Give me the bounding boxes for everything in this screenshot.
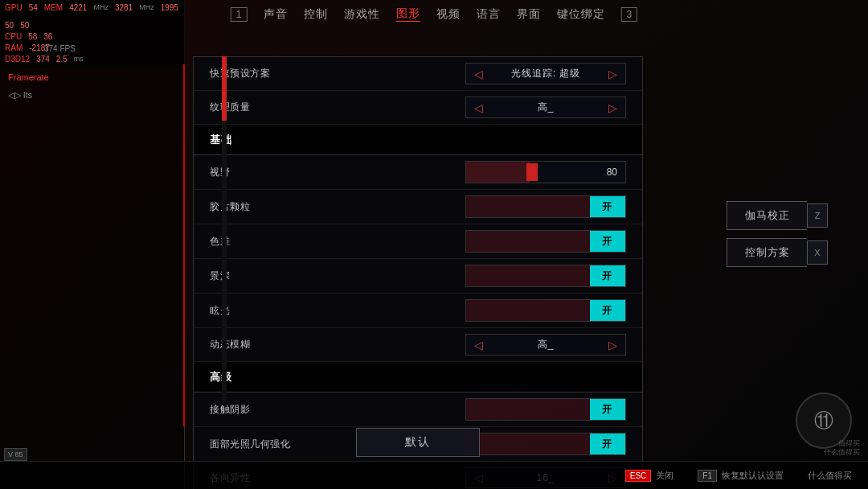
quick-preset-arrow-right[interactable]: ▷: [608, 68, 617, 80]
quick-preset-value: 光线追踪: 超级: [511, 67, 581, 80]
nav-item-control[interactable]: 控制: [304, 7, 328, 22]
motion-blur-control[interactable]: ◁ 高_ ▷: [354, 334, 626, 355]
left-nav-arrows[interactable]: ◁▷ lts: [8, 90, 177, 101]
chromatic-off-side: [466, 231, 590, 252]
left-section-label: Framerate: [8, 72, 177, 82]
fov-value: 80: [607, 166, 617, 178]
film-grain-toggle[interactable]: 开: [465, 195, 626, 218]
close-action[interactable]: ESC 关闭: [625, 470, 674, 482]
scrollbar-track[interactable]: [222, 56, 227, 402]
nav-item-keybind[interactable]: 键位绑定: [557, 7, 605, 22]
control-scheme-label[interactable]: 控制方案: [727, 238, 807, 267]
fov-slider-thumb: [526, 163, 538, 181]
contact-shadow-on-btn[interactable]: 开: [590, 399, 625, 420]
flare-off-side: [466, 300, 590, 321]
fov-slider[interactable]: 80: [465, 161, 626, 183]
footer-bar: ESC 关闭 F1 恢复默认认设置 什么值得买: [0, 461, 868, 489]
d3d12-label: D3D12: [5, 54, 30, 65]
watermark-text: 值得买 什么值得买: [824, 439, 860, 457]
extra-action: 什么值得买: [808, 470, 852, 482]
control-scheme-key: X: [807, 240, 828, 265]
texture-arrow-left[interactable]: ◁: [474, 101, 483, 114]
fov-slider-track: [466, 162, 530, 183]
film-grain-on-btn[interactable]: 开: [590, 196, 625, 217]
fov-row: 视野 80: [194, 155, 642, 190]
restore-key: F1: [698, 470, 717, 482]
chromatic-on-btn[interactable]: 开: [590, 231, 625, 252]
nav-item-language[interactable]: 语言: [477, 7, 501, 22]
quick-preset-selector[interactable]: ◁ 光线追踪: 超级 ▷: [465, 63, 626, 84]
left-content: Framerate ◁▷ lts: [0, 64, 185, 117]
dof-on-btn[interactable]: 开: [590, 265, 625, 286]
default-button[interactable]: 默认: [356, 428, 480, 457]
cpu-label: CPU: [5, 31, 22, 43]
film-grain-off-side: [466, 196, 590, 217]
scrollbar-thumb[interactable]: [222, 56, 227, 121]
section-advanced-label: 高级: [210, 370, 354, 384]
d3d12-val2: 2.5: [56, 54, 68, 65]
flare-row: 眩光 开: [194, 294, 642, 328]
texture-arrow-right[interactable]: ▷: [608, 101, 617, 114]
quick-preset-control[interactable]: ◁ 光线追踪: 超级 ▷: [354, 63, 626, 84]
cpu-val2: 36: [43, 31, 52, 43]
motion-blur-arrow-left[interactable]: ◁: [474, 339, 483, 351]
contact-shadow-control[interactable]: 开: [354, 398, 626, 421]
nav-item-video[interactable]: 视频: [436, 7, 461, 22]
nav-item-interface[interactable]: 界面: [517, 7, 541, 22]
close-key: ESC: [625, 470, 652, 482]
texture-quality-control[interactable]: ◁ 高_ ▷: [354, 97, 626, 118]
gpu-label: GPU: [5, 2, 23, 14]
motion-blur-selector[interactable]: ◁ 高_ ▷: [465, 334, 626, 355]
chromatic-control[interactable]: 开: [354, 230, 626, 253]
nav-item-gameplay[interactable]: 游戏性: [344, 7, 380, 22]
chromatic-toggle[interactable]: 开: [465, 230, 626, 253]
gamma-label[interactable]: 伽马校正: [727, 201, 807, 230]
nav-item-sound[interactable]: 声音: [264, 7, 288, 22]
flare-on-btn[interactable]: 开: [590, 300, 625, 321]
section-basic-label: 基础: [210, 133, 354, 147]
film-grain-row: 胶片颗粒 开: [194, 190, 642, 224]
control-scheme-btn[interactable]: 控制方案 X: [727, 238, 828, 267]
flare-label: 眩光: [210, 304, 354, 318]
mem-value1: 4221: [69, 2, 87, 14]
quick-preset-label: 快速预设方案: [210, 67, 354, 80]
restore-label: 恢复默认认设置: [722, 470, 784, 482]
mem-value2: 3281: [115, 2, 133, 14]
mem-label: MEM: [44, 2, 63, 14]
v-badge: V 85: [4, 448, 27, 461]
watermark: ⑪ 值得买 什么值得买: [796, 392, 860, 457]
texture-quality-row: 纹理质量 ◁ 高_ ▷: [194, 91, 642, 125]
quick-preset-arrow-left[interactable]: ◁: [474, 68, 483, 80]
ram-label: RAM: [5, 43, 23, 54]
motion-blur-row: 动态模糊 ◁ 高_ ▷: [194, 328, 642, 362]
nav-bracket-left[interactable]: 1: [231, 7, 248, 22]
nav-bracket-right[interactable]: 3: [621, 7, 638, 22]
gpu-value: 54: [29, 2, 38, 14]
dof-label: 景深: [210, 269, 354, 283]
chromatic-label: 色差: [210, 235, 354, 249]
contact-shadow-off-side: [466, 399, 590, 420]
nav-item-graphics[interactable]: 图形: [396, 6, 420, 22]
right-buttons-panel: 伽马校正 Z 控制方案 X: [727, 201, 828, 267]
bottom-bar: 默认: [193, 428, 643, 457]
film-grain-control[interactable]: 开: [354, 195, 626, 218]
gamma-btn[interactable]: 伽马校正 Z: [727, 201, 828, 230]
restore-action[interactable]: F1 恢复默认认设置: [698, 470, 784, 482]
flare-control[interactable]: 开: [354, 299, 626, 322]
section-advanced-header: 高级: [194, 362, 642, 392]
fps-display: 374 FPS: [44, 44, 76, 53]
flare-toggle[interactable]: 开: [465, 299, 626, 322]
dof-toggle[interactable]: 开: [465, 265, 626, 287]
chromatic-row: 色差 开: [194, 224, 642, 259]
motion-blur-arrow-right[interactable]: ▷: [608, 339, 617, 351]
section-basic-header: 基础: [194, 125, 642, 155]
fov-label: 视野: [210, 166, 354, 179]
texture-quality-selector[interactable]: ◁ 高_ ▷: [465, 97, 626, 118]
motion-blur-value: 高_: [538, 338, 555, 351]
settings-panel: 快速预设方案 ◁ 光线追踪: 超级 ▷ 纹理质量 ◁ 高_ ▷ 基础 视野: [193, 56, 643, 489]
fov-control[interactable]: 80: [354, 161, 626, 183]
dof-control[interactable]: 开: [354, 265, 626, 287]
dof-row: 景深 开: [194, 259, 642, 294]
extra-label: 什么值得买: [808, 470, 852, 482]
contact-shadow-toggle[interactable]: 开: [465, 398, 626, 421]
